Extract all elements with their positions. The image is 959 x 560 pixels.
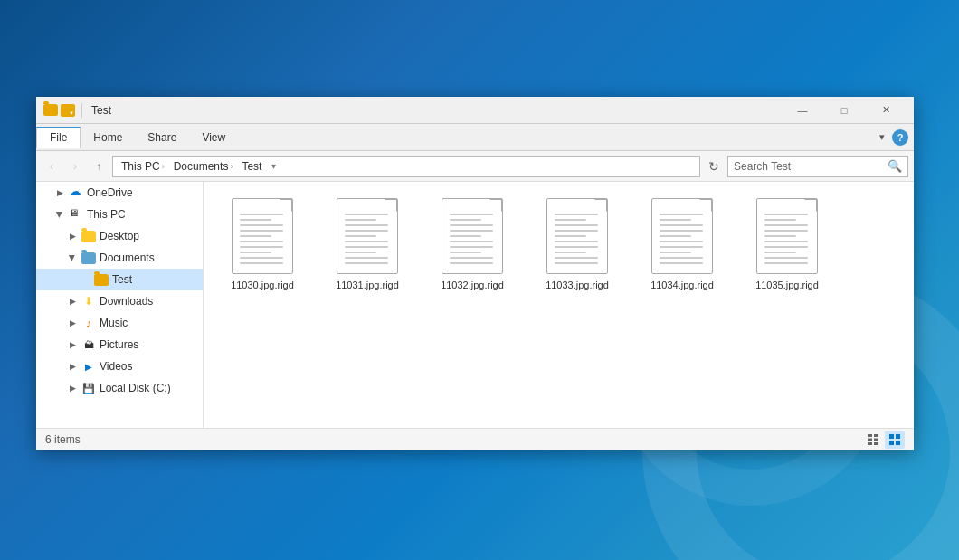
sidebar-item-test[interactable]: Test	[36, 269, 203, 290]
menu-tab-share[interactable]: Share	[135, 127, 189, 148]
svg-rect-9	[896, 441, 900, 445]
large-icons-view-button[interactable]	[885, 431, 905, 449]
sidebar-label-test: Test	[112, 273, 132, 286]
sidebar-label-documents: Documents	[100, 252, 155, 264]
menu-tab-view[interactable]: View	[189, 127, 238, 148]
explorer-window: Test — □ ✕ File Home Share View ▾ ? ‹ › …	[36, 97, 914, 450]
path-item-thispc[interactable]: This PC ›	[119, 159, 167, 174]
svg-rect-1	[874, 434, 878, 437]
path-item-test[interactable]: Test	[239, 159, 264, 174]
file-icon-5	[755, 196, 820, 276]
downloads-icon	[81, 294, 96, 308]
maximize-button[interactable]: □	[823, 97, 865, 124]
expand-arrow-localdisk: ▶	[67, 383, 78, 394]
test-folder-icon	[94, 274, 109, 286]
file-page	[337, 198, 398, 274]
music-icon	[81, 316, 96, 330]
file-icon-0	[230, 196, 295, 276]
expand-arrow-thispc: ▶	[54, 209, 65, 220]
expand-arrow-desktop: ▶	[67, 231, 78, 242]
file-name-2: 11032.jpg.rigd	[441, 280, 504, 290]
sidebar-item-music[interactable]: ▶ Music	[36, 312, 203, 334]
file-name-0: 11030.jpg.rigd	[231, 280, 294, 290]
forward-button[interactable]: ›	[65, 157, 85, 176]
help-button[interactable]: ?	[892, 129, 908, 146]
sidebar-item-localdisk[interactable]: ▶ Local Disk (C:)	[36, 377, 203, 399]
sidebar: ▶ OneDrive ▶ This PC ▶ Desktop ▶ Documen…	[36, 182, 204, 428]
onedrive-icon	[69, 185, 83, 200]
file-lines	[240, 214, 283, 268]
menu-bar-right: ▾ ?	[876, 129, 914, 146]
file-item-2[interactable]: 11032.jpg.rigd	[423, 191, 522, 296]
sidebar-item-desktop[interactable]: ▶ Desktop	[36, 225, 203, 247]
path-label-test: Test	[242, 160, 261, 173]
file-item-3[interactable]: 11033.jpg.rigd	[527, 191, 627, 296]
sidebar-label-localdisk: Local Disk (C:)	[100, 382, 171, 394]
videos-icon	[81, 359, 96, 374]
svg-rect-8	[889, 441, 894, 445]
sidebar-label-videos: Videos	[100, 360, 132, 373]
file-item-1[interactable]: 11031.jpg.rigd	[318, 191, 417, 296]
file-item-5[interactable]: 11035.jpg.rigd	[737, 191, 837, 296]
file-item-0[interactable]: 11030.jpg.rigd	[213, 191, 312, 296]
sidebar-item-onedrive[interactable]: ▶ OneDrive	[36, 182, 203, 204]
file-lines	[345, 214, 388, 268]
documents-icon	[81, 252, 96, 264]
file-name-3: 11033.jpg.rigd	[546, 280, 609, 290]
sidebar-item-documents[interactable]: ▶ Documents	[36, 247, 203, 269]
content-area: ▶ OneDrive ▶ This PC ▶ Desktop ▶ Documen…	[36, 182, 914, 428]
search-input[interactable]	[734, 160, 884, 173]
file-page	[442, 198, 503, 274]
file-page	[232, 198, 293, 274]
file-name-4: 11034.jpg.rigd	[650, 280, 714, 290]
status-bar-right	[863, 431, 905, 449]
svg-rect-2	[868, 438, 872, 441]
menu-bar: File Home Share View ▾ ?	[36, 124, 914, 151]
expand-arrow-music: ▶	[67, 318, 78, 328]
expand-arrow-onedrive: ▶	[54, 187, 65, 198]
minimize-button[interactable]: —	[782, 97, 823, 124]
sidebar-item-videos[interactable]: ▶ Videos	[36, 356, 203, 377]
expand-arrow-videos: ▶	[67, 361, 78, 372]
item-count: 6 items	[45, 433, 81, 446]
svg-rect-3	[874, 438, 878, 441]
sidebar-item-thispc[interactable]: ▶ This PC	[36, 204, 203, 225]
up-button[interactable]: ↑	[89, 157, 109, 176]
file-name-1: 11031.jpg.rigd	[336, 280, 399, 290]
sidebar-label-downloads: Downloads	[100, 295, 153, 308]
status-bar: 6 items	[36, 428, 914, 450]
expand-ribbon-button[interactable]: ▾	[876, 129, 888, 145]
sidebar-label-desktop: Desktop	[100, 230, 139, 242]
window-controls: — □ ✕	[782, 97, 907, 124]
close-button[interactable]: ✕	[865, 97, 907, 124]
path-chevron: ›	[162, 162, 165, 171]
file-lines	[660, 214, 703, 268]
menu-tab-file[interactable]: File	[36, 127, 81, 148]
address-bar: ‹ › ↑ This PC › Documents › Test ▾ ↻ 🔍	[36, 151, 914, 182]
file-icon-3	[545, 196, 610, 276]
folder-icon	[43, 104, 58, 116]
refresh-button[interactable]: ↻	[704, 157, 724, 176]
address-dropdown-arrow[interactable]: ▾	[268, 161, 280, 171]
path-item-documents[interactable]: Documents ›	[171, 159, 236, 174]
svg-rect-0	[868, 434, 872, 437]
search-icon[interactable]: 🔍	[888, 159, 902, 173]
back-button[interactable]: ‹	[42, 157, 62, 176]
file-icon-1	[335, 196, 400, 276]
thispc-icon	[69, 207, 83, 222]
file-lines	[450, 214, 493, 268]
sidebar-label-pictures: Pictures	[100, 338, 138, 351]
file-icon-2	[440, 196, 505, 276]
details-view-button[interactable]	[863, 431, 883, 449]
path-label-thispc: This PC	[121, 160, 160, 173]
address-path[interactable]: This PC › Documents › Test ▾	[112, 156, 700, 177]
search-box[interactable]: 🔍	[727, 156, 908, 177]
menu-tab-home[interactable]: Home	[81, 127, 135, 148]
file-name-5: 11035.jpg.rigd	[755, 280, 819, 290]
quick-access-icon[interactable]	[61, 104, 75, 117]
sidebar-label-music: Music	[100, 317, 128, 329]
svg-rect-6	[889, 434, 894, 439]
sidebar-item-downloads[interactable]: ▶ Downloads	[36, 290, 203, 312]
sidebar-item-pictures[interactable]: ▶ Pictures	[36, 334, 203, 356]
file-item-4[interactable]: 11034.jpg.rigd	[632, 191, 732, 296]
